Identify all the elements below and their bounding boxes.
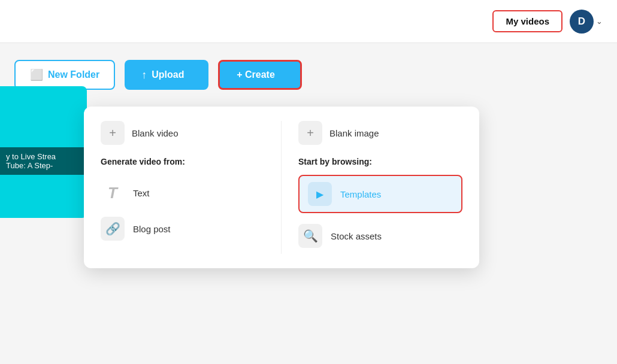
dropdown-left-col: + Blank video Generate video from: T Tex… bbox=[84, 121, 282, 254]
toolbar: ⬜ New Folder ↑ Upload + Create bbox=[14, 60, 603, 90]
blank-video-row[interactable]: + Blank video bbox=[101, 121, 264, 145]
create-button[interactable]: + Create bbox=[218, 60, 302, 90]
blank-image-row[interactable]: + Blank image bbox=[298, 121, 462, 145]
video-player-icon: ▶ bbox=[316, 189, 323, 200]
header: My videos D ⌄ bbox=[0, 0, 617, 43]
plus-icon: + bbox=[109, 126, 116, 140]
plus-icon-2: + bbox=[307, 126, 314, 140]
text-menu-item[interactable]: T Text bbox=[101, 175, 264, 211]
browse-section-title: Start by browsing: bbox=[298, 157, 462, 166]
stock-assets-label: Stock assets bbox=[331, 231, 382, 241]
blank-image-label: Blank image bbox=[329, 128, 379, 138]
panel-text: y to Live Strea Tube: A Step- bbox=[0, 147, 87, 175]
main-area: ⬜ New Folder ↑ Upload + Create y to Live… bbox=[0, 43, 617, 107]
blank-image-icon-box: + bbox=[298, 121, 322, 145]
blog-post-label: Blog post bbox=[133, 224, 171, 234]
new-folder-label: New Folder bbox=[48, 69, 99, 80]
folder-icon: ⬜ bbox=[30, 68, 43, 81]
panel-line2: Tube: A Step- bbox=[6, 161, 81, 170]
chevron-down-icon: ⌄ bbox=[596, 17, 603, 26]
dropdown-right-col: + Blank image Start by browsing: ▶ Templ… bbox=[282, 121, 479, 254]
my-videos-label: My videos bbox=[506, 16, 549, 26]
panel-line1: y to Live Strea bbox=[6, 152, 81, 161]
blank-video-label: Blank video bbox=[132, 128, 179, 138]
templates-menu-item[interactable]: ▶ Templates bbox=[298, 175, 462, 213]
my-videos-button[interactable]: My videos bbox=[492, 10, 562, 32]
link-icon: 🔗 bbox=[101, 217, 125, 241]
upload-icon: ↑ bbox=[141, 69, 147, 81]
templates-label: Templates bbox=[340, 189, 381, 199]
create-dropdown: + Blank video Generate video from: T Tex… bbox=[84, 107, 479, 268]
blog-post-menu-item[interactable]: 🔗 Blog post bbox=[101, 211, 264, 247]
cyan-panel: y to Live Strea Tube: A Step- bbox=[0, 86, 87, 218]
search-icon: 🔍 bbox=[298, 224, 322, 248]
create-label: + Create bbox=[237, 69, 275, 80]
stock-assets-menu-item[interactable]: 🔍 Stock assets bbox=[298, 218, 462, 254]
generate-section-title: Generate video from: bbox=[101, 157, 264, 166]
templates-icon-box: ▶ bbox=[308, 182, 332, 206]
user-menu[interactable]: D ⌄ bbox=[570, 10, 603, 34]
dropdown-inner: + Blank video Generate video from: T Tex… bbox=[84, 121, 479, 254]
upload-label: Upload bbox=[152, 69, 184, 80]
text-label: Text bbox=[133, 188, 150, 198]
new-folder-button[interactable]: ⬜ New Folder bbox=[14, 60, 115, 90]
blank-video-icon-box: + bbox=[101, 121, 125, 145]
text-icon: T bbox=[101, 181, 125, 205]
upload-button[interactable]: ↑ Upload bbox=[125, 60, 208, 90]
avatar: D bbox=[570, 10, 594, 34]
